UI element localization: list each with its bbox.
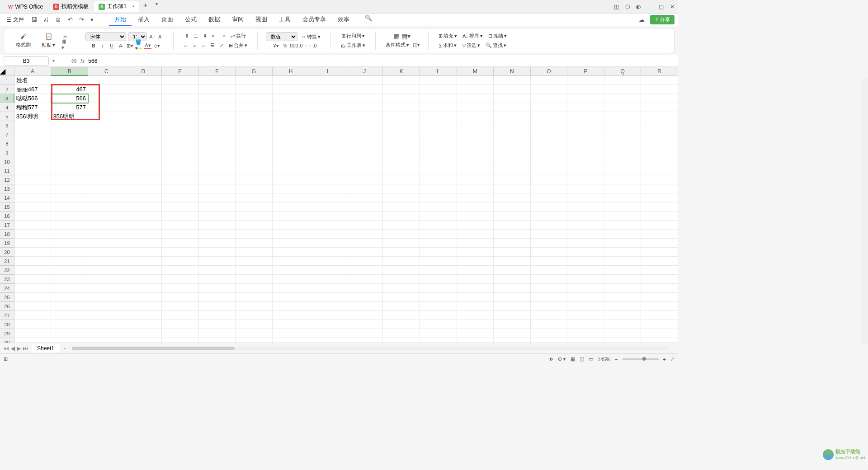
cell[interactable] [420, 121, 457, 130]
cell[interactable] [199, 175, 236, 184]
cell[interactable] [125, 193, 162, 202]
cell[interactable] [236, 212, 273, 221]
cell[interactable] [199, 284, 236, 293]
cell[interactable] [494, 193, 531, 202]
cell[interactable] [420, 230, 457, 239]
tab-menu-button[interactable]: ▾ [152, 1, 161, 12]
cell[interactable] [236, 284, 273, 293]
cell[interactable] [604, 112, 642, 121]
cell[interactable] [199, 94, 236, 103]
cell[interactable] [162, 320, 199, 329]
row-header[interactable]: 17 [0, 221, 14, 230]
cell[interactable] [125, 284, 162, 293]
cell[interactable] [273, 130, 310, 139]
cell[interactable] [346, 103, 383, 112]
cell[interactable] [420, 184, 457, 193]
tab-review[interactable]: 审阅 [226, 14, 249, 26]
fill-button[interactable]: ⊞ 填充 ▾ [437, 32, 459, 40]
cell[interactable] [641, 139, 678, 148]
align-center-icon[interactable]: ≣ [191, 42, 198, 49]
cell[interactable] [162, 139, 199, 148]
cell[interactable] [125, 157, 162, 166]
tab-home[interactable]: 开始 [109, 14, 132, 26]
cell[interactable] [567, 130, 604, 139]
cell[interactable] [125, 139, 162, 148]
cell[interactable] [236, 76, 273, 85]
cell[interactable] [273, 311, 310, 320]
cell[interactable] [346, 139, 383, 148]
cell[interactable] [125, 184, 162, 193]
col-header[interactable]: E [162, 67, 199, 76]
cell[interactable] [531, 266, 568, 275]
cell[interactable] [420, 266, 457, 275]
cell[interactable] [457, 121, 494, 130]
cell[interactable] [14, 121, 52, 130]
cell[interactable] [604, 284, 642, 293]
cell[interactable] [531, 112, 568, 121]
cell[interactable] [162, 175, 199, 184]
search-icon[interactable]: 🔍 [363, 14, 374, 26]
cell[interactable] [567, 338, 604, 343]
cell[interactable] [14, 221, 52, 230]
cell[interactable] [309, 257, 346, 266]
cell[interactable] [199, 103, 236, 112]
cell[interactable] [457, 112, 494, 121]
cell[interactable] [531, 121, 568, 130]
cell[interactable] [309, 320, 346, 329]
cell[interactable] [199, 202, 236, 212]
cell[interactable] [346, 85, 383, 94]
cell[interactable] [346, 275, 383, 284]
cell[interactable] [346, 184, 383, 193]
indent-inc-icon[interactable]: ⇥ [219, 33, 226, 40]
horizontal-scrollbar[interactable] [72, 347, 669, 350]
cell[interactable] [309, 266, 346, 275]
cell[interactable] [273, 148, 310, 157]
cell[interactable] [531, 257, 568, 266]
cell[interactable] [162, 193, 199, 202]
cell[interactable] [420, 85, 457, 94]
cell[interactable] [14, 329, 52, 338]
cell[interactable] [88, 130, 125, 139]
cell-style-icon[interactable]: ◫▾ [413, 41, 420, 48]
cell[interactable] [199, 329, 236, 338]
cell[interactable] [604, 157, 642, 166]
cell[interactable] [494, 202, 531, 212]
minimize-button[interactable]: — [647, 4, 652, 10]
cell[interactable] [162, 94, 199, 103]
cell[interactable] [51, 230, 88, 239]
cell[interactable] [309, 148, 346, 157]
cell[interactable] [273, 85, 310, 94]
cell[interactable] [420, 275, 457, 284]
row-header[interactable]: 8 [0, 139, 14, 148]
cell[interactable] [51, 130, 88, 139]
cell[interactable] [641, 257, 678, 266]
cell[interactable] [420, 193, 457, 202]
cell[interactable]: 程程577 [14, 103, 52, 112]
cell[interactable] [236, 103, 273, 112]
cell[interactable] [604, 121, 642, 130]
cell[interactable] [531, 130, 568, 139]
col-header[interactable]: B [51, 67, 88, 76]
row-header[interactable]: 11 [0, 166, 14, 175]
cell[interactable] [273, 293, 310, 302]
cell[interactable] [51, 329, 88, 338]
cell[interactable] [162, 293, 199, 302]
cell[interactable] [51, 193, 88, 202]
cell[interactable] [346, 130, 383, 139]
next-sheet-icon[interactable]: ▶ [17, 345, 21, 352]
cell[interactable] [457, 175, 494, 184]
paste-button[interactable]: 粘贴 ▾ [40, 41, 57, 49]
cell[interactable] [567, 221, 604, 230]
row-header[interactable]: 7 [0, 130, 14, 139]
cell[interactable] [236, 157, 273, 166]
cell[interactable] [457, 311, 494, 320]
cell[interactable] [125, 148, 162, 157]
cell[interactable] [51, 76, 88, 85]
align-top-icon[interactable]: ⬆ [183, 33, 190, 40]
cell[interactable] [51, 293, 88, 302]
cell[interactable] [604, 221, 642, 230]
cell[interactable] [14, 148, 52, 157]
cell[interactable] [309, 329, 346, 338]
cell[interactable] [199, 112, 236, 121]
cell[interactable] [309, 94, 346, 103]
